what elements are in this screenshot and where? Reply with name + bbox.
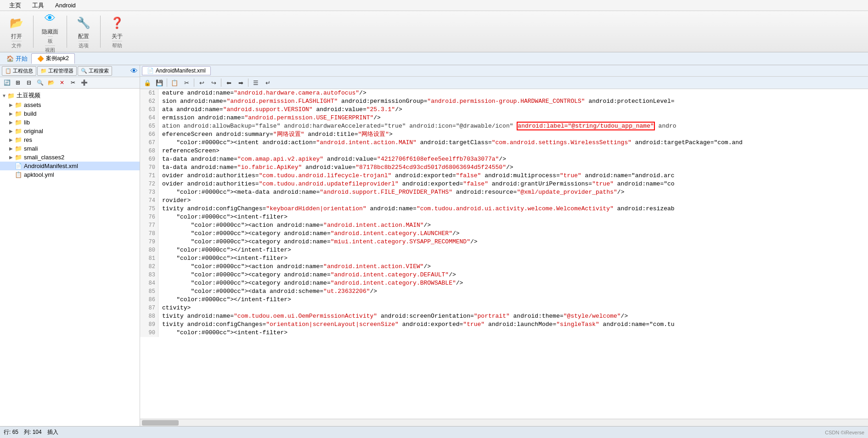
search-btn[interactable]: 🔍 [35, 78, 45, 87]
code-line[interactable]: "color:#0000cc"><category android:name="… [162, 230, 864, 238]
line-number: 76 [143, 213, 155, 221]
file-tab-manifest[interactable]: 📄 AndroidManifest.xml [142, 66, 211, 75]
menu-home[interactable]: 主页 [4, 0, 27, 11]
code-line[interactable]: tivity android:name="com.tudou.oem.ui.Oe… [162, 312, 864, 320]
code-line[interactable]: "color:#0000cc"><category android:name="… [162, 279, 864, 287]
folder-btn[interactable]: 📂 [46, 78, 56, 87]
code-line[interactable]: "color:#0000cc"><intent android:action="… [162, 139, 864, 147]
copy-btn[interactable]: 📋 [169, 78, 180, 88]
tree-arrow-res: ▶ [9, 137, 15, 142]
code-line[interactable]: "color:#0000cc"><data android:scheme="ut… [162, 287, 864, 296]
tab-project-manager[interactable]: 📁 工程管理器 [37, 66, 77, 76]
add-btn[interactable]: ➕ [79, 78, 89, 87]
code-line[interactable]: "color:#0000cc"></intent-filter> [162, 246, 864, 254]
tree-item-res[interactable]: ▶ 📁 res [0, 135, 140, 144]
cut-btn[interactable]: ✂ [68, 78, 78, 87]
code-line[interactable]: "color:#0000cc"><intent-filter> [162, 254, 864, 263]
status-col: 列: 104 [24, 428, 42, 436]
tree-item-manifest[interactable]: ▶ 📄 AndroidManifest.xml [0, 162, 140, 170]
expand-btn[interactable]: ⊞ [13, 78, 23, 87]
code-line[interactable]: eferenceScreen android:summary="网络设置" an… [162, 130, 864, 139]
config-sublabel: 选项 [79, 41, 89, 49]
code-content[interactable]: eature android:name="android.hardware.ca… [158, 89, 868, 337]
code-line[interactable]: "color:#0000cc"><action android:name="an… [162, 221, 864, 230]
status-bar: 行: 65 列: 104 插入 CSDN ©iReverse [0, 426, 868, 438]
scroll-bottom[interactable] [140, 419, 868, 426]
line-number: 75 [143, 205, 155, 213]
undo-btn[interactable]: ↩ [196, 78, 207, 88]
tree-area: ▼ 📁 土豆视频 ▶ 📁 assets ▶ 📁 build ▶ 📁 lib [0, 89, 140, 426]
project-tab[interactable]: 🔶 案例apk2 [31, 53, 75, 64]
code-line[interactable]: ctivity> [162, 304, 864, 312]
tree-item-original[interactable]: ▶ 📁 original [0, 127, 140, 135]
hide-panel-button[interactable]: 👁 隐藏面 板 视图 [37, 7, 63, 55]
code-line[interactable]: ta-data android:name="io.fabric.ApiKey" … [162, 163, 864, 172]
ed-sep-2 [194, 79, 194, 87]
tree-item-smali[interactable]: ▶ 📁 smali [0, 144, 140, 153]
tree-item-lib[interactable]: ▶ 📁 lib [0, 118, 140, 127]
cut-ed-btn[interactable]: ✂ [181, 78, 192, 88]
eye-button[interactable]: 👁 [130, 67, 138, 75]
code-line[interactable]: "color:#0000cc"><intent-filter> [162, 213, 864, 221]
tab-project-info[interactable]: 📋 工程信息 [2, 66, 36, 76]
left-toolbar2: 🔄 ⊞ ⊟ 🔍 📂 ✕ ✂ ➕ [0, 77, 140, 89]
code-line[interactable]: "color:#0000cc"></intent-filter> [162, 296, 864, 304]
wrap-btn[interactable]: ↵ [262, 78, 273, 88]
folder-icon-original: 📁 [15, 128, 22, 135]
code-line[interactable]: tivity android:configChanges="keyboardHi… [162, 205, 864, 213]
collapse-btn[interactable]: ⊟ [24, 78, 34, 87]
tree-item-apktool-label: apktool.yml [24, 171, 54, 178]
tree-item-root[interactable]: ▼ 📁 土豆视频 [0, 90, 140, 101]
delete-btn[interactable]: ✕ [57, 78, 67, 87]
tree-item-build-label: build [24, 110, 36, 117]
redo-btn[interactable]: ↪ [208, 78, 219, 88]
indent-btn[interactable]: ☰ [250, 78, 261, 88]
line-number: 86 [143, 296, 155, 304]
tree-item-build[interactable]: ▶ 📁 build [0, 109, 140, 118]
code-line[interactable]: "color:#0000cc"><action android:name="an… [162, 263, 864, 271]
toolbar-divider-1 [33, 16, 34, 48]
config-button[interactable]: 🔧 配置 选项 [71, 12, 96, 51]
tree-item-smali-classes2[interactable]: ▶ 📁 smali_classes2 [0, 153, 140, 162]
tree-item-assets[interactable]: ▶ 📁 assets [0, 101, 140, 109]
lock-btn[interactable]: 🔒 [142, 78, 153, 88]
open-button[interactable]: 📂 打开 文件 [4, 12, 29, 51]
code-line[interactable]: "color:#0000cc"><meta-data android:name=… [162, 188, 864, 197]
tree-item-assets-label: assets [24, 101, 41, 108]
home-button[interactable]: 🏠 开始 [3, 54, 31, 64]
code-line[interactable]: rovider> [162, 197, 864, 205]
code-line[interactable]: ovider android:authorities="com.tudou.an… [162, 172, 864, 180]
line-number: 89 [143, 320, 155, 329]
back-btn[interactable]: ⬅ [223, 78, 234, 88]
line-number: 83 [143, 271, 155, 279]
about-button[interactable]: ❓ 关于 帮助 [104, 12, 130, 51]
line-number: 82 [143, 263, 155, 271]
highlight-label: android:label="@string/tudou_app_name" [517, 122, 654, 130]
code-area[interactable]: 6162636465666768697071727374757677787980… [140, 89, 868, 419]
code-line[interactable]: ata android:name="android.support.VERSIO… [162, 106, 864, 114]
forward-btn[interactable]: ➡ [235, 78, 246, 88]
refresh-btn[interactable]: 🔄 [2, 78, 12, 87]
home-label: 开始 [16, 55, 28, 63]
scroll-thumb[interactable] [142, 420, 179, 426]
config-label: 配置 [78, 33, 89, 39]
code-line[interactable]: referenceScreen> [162, 147, 864, 155]
code-line[interactable]: "color:#0000cc"><intent-filter> [162, 329, 864, 337]
status-left: 行: 65 列: 104 插入 [4, 428, 58, 436]
code-line[interactable]: ermission android:name="android.permissi… [162, 114, 864, 122]
code-lines: 6162636465666768697071727374757677787980… [140, 89, 868, 337]
line-number: 90 [143, 329, 155, 337]
code-line[interactable]: sion android:name="android.permission.FL… [162, 97, 864, 106]
tab-project-search[interactable]: 🔍 工程搜索 [78, 66, 112, 76]
code-line[interactable]: "color:#0000cc"><category android:name="… [162, 238, 864, 246]
project-manager-label: 工程管理器 [48, 67, 73, 74]
code-line[interactable]: eature android:name="android.hardware.ca… [162, 89, 864, 97]
code-line[interactable]: ovider android:authorities="com.tudou.an… [162, 180, 864, 188]
line-number: 79 [143, 238, 155, 246]
save-btn[interactable]: 💾 [154, 78, 165, 88]
code-line[interactable]: tivity android:configChanges="orientatio… [162, 320, 864, 329]
code-line[interactable]: ta-data android:name="com.amap.api.v2.ap… [162, 155, 864, 163]
code-line[interactable]: ation android:allowBackup="false" androi… [162, 122, 864, 130]
code-line[interactable]: "color:#0000cc"><category android:name="… [162, 271, 864, 279]
tree-item-apktool[interactable]: ▶ 📋 apktool.yml [0, 170, 140, 179]
